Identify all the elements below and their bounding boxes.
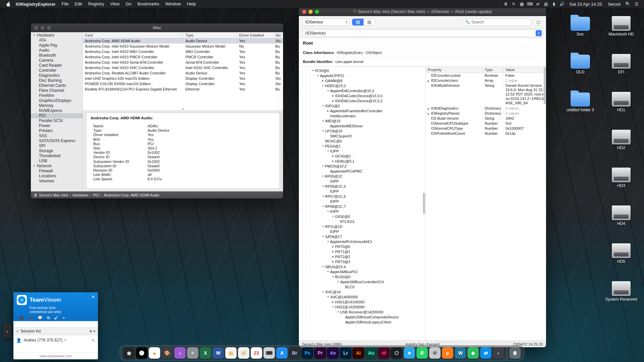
- spotlight-search-icon[interactable]: 🔍: [624, 0, 632, 8]
- dock-app-paint[interactable]: 🎨: [162, 347, 173, 359]
- sidebar-item-spi[interactable]: SPI: [31, 143, 83, 148]
- sidebar-item-ethernet-cards[interactable]: Ethernet Cards: [31, 83, 83, 88]
- tree-node-sbus-1f-4[interactable]: ▼SBUS@1F,4: [299, 264, 425, 269]
- tree-node-gige-0[interactable]: ▼GIGE@0: [299, 214, 425, 219]
- disclosure-triangle-icon[interactable]: ▶: [326, 110, 330, 112]
- tree-node-prt1-1[interactable]: ▶PRT1@1: [299, 249, 425, 254]
- disclosure-triangle-icon[interactable]: ▼: [331, 276, 335, 278]
- properties-scrollbar[interactable]: [543, 67, 546, 341]
- tree-node-appleintelpchseriesahci[interactable]: ▼AppleIntelPchSeriesAHCI: [299, 239, 425, 244]
- dock-app-premiere[interactable]: Pr: [315, 347, 326, 359]
- dock-app-audition[interactable]: Au: [366, 347, 377, 359]
- table-row-intel-uhd-graphics-630-macos-edition[interactable]: Intel UHD Graphics 630 macOS EditionDisp…: [83, 76, 283, 81]
- tree-node-iopp[interactable]: ▶IOPP: [299, 199, 425, 204]
- dock-app-telegram[interactable]: ➤: [404, 347, 415, 359]
- breadcrumb-item[interactable]: Seruni's Mac mini: [39, 193, 68, 197]
- stats-icon[interactable]: ▦: [518, 0, 526, 8]
- tree-node-applesmbuscontrollerich[interactable]: ▼AppleSMBusControllerICH: [299, 279, 425, 284]
- breadcrumb-item[interactable]: PCI: [93, 193, 99, 197]
- app-menu-title[interactable]: IORegistryExplorer: [13, 2, 59, 7]
- chat-icon[interactable]: 💬: [38, 315, 43, 320]
- sidebar-item-ata[interactable]: ATA: [31, 38, 83, 43]
- input-source-icon[interactable]: ▧: [542, 0, 550, 8]
- tree-node-iopp[interactable]: ▼IOPP: [299, 209, 425, 214]
- disclosure-triangle-icon[interactable]: ▼: [331, 306, 335, 308]
- property-row-os-build-version[interactable]: OS Build VersionString19H2: [426, 116, 546, 121]
- dock-app-evernote[interactable]: ◆: [468, 347, 479, 359]
- disclosure-triangle-icon[interactable]: ▶: [331, 255, 335, 258]
- menu-registry[interactable]: Registry: [85, 0, 107, 8]
- disclosure-triangle-icon[interactable]: ▼: [33, 164, 36, 169]
- sidebar-item-audio[interactable]: Audio: [31, 48, 83, 53]
- tree-node-igpu-2[interactable]: ▼IGPU@2: [299, 103, 425, 108]
- desktop-icon-system-reserved[interactable]: System Reserved: [603, 280, 640, 302]
- tree-node-intelaccelerator[interactable]: ▶IntelAccelerator: [299, 113, 425, 118]
- tree-node-blc0[interactable]: ▶BLC0: [299, 284, 425, 289]
- desktop-icon-efi[interactable]: EFI: [603, 53, 640, 74]
- dock-app-trash[interactable]: 🗑: [509, 347, 521, 359]
- tree-node-pci0-0[interactable]: ▼PCI0@0: [299, 68, 425, 73]
- disclosure-triangle-icon[interactable]: ▼: [321, 185, 325, 187]
- sidebar-item-power[interactable]: Power: [31, 123, 83, 128]
- disclosure-triangle-icon[interactable]: ▶: [331, 100, 335, 102]
- sidebar-item-pci[interactable]: PCI: [31, 113, 83, 118]
- session-list-header[interactable]: ▼ Session list ⚙ ▾: [13, 327, 98, 335]
- desktop-icon-hd3[interactable]: HD3: [603, 166, 640, 188]
- disclosure-triangle-icon[interactable]: ▼: [321, 145, 325, 147]
- sidebar-item-card-reader[interactable]: Card Reader: [31, 63, 83, 68]
- desktop-icon-untitled-folder-3[interactable]: untitled folder 3: [562, 90, 599, 112]
- dock-app-notes[interactable]: ▤: [225, 347, 237, 359]
- disclosure-triangle-icon[interactable]: ▶: [331, 245, 335, 248]
- sidebar-item-storage[interactable]: Storage: [31, 148, 83, 154]
- disclosure-triangle-icon[interactable]: ▶: [428, 80, 431, 82]
- dock-app-system-preferences[interactable]: ⚙: [429, 347, 441, 359]
- disclosure-triangle-icon[interactable]: ▶: [331, 260, 335, 263]
- menu-bar-user[interactable]: Seruni: [605, 2, 623, 7]
- sidebar-item-usb[interactable]: USB: [31, 159, 83, 164]
- tree-node-mchc-0[interactable]: ▶MCHC@0: [299, 138, 425, 143]
- zoom-button[interactable]: [47, 26, 51, 30]
- gear-icon[interactable]: ⚙ ▾: [89, 329, 95, 334]
- ioregistry-titlebar[interactable]: ❐Seruni's Mac mini (Seruni's Mac mini) —…: [299, 7, 546, 16]
- outline-view-button[interactable]: ▤: [352, 19, 364, 25]
- breadcrumb-item[interactable]: Andresha Corp. AMD HDMI Audio: [104, 193, 160, 197]
- desktop-icon-hd5[interactable]: HD5: [603, 242, 640, 264]
- dock-app-safari[interactable]: 🧭: [238, 347, 250, 359]
- teamviewer-url[interactable]: www.teamviewer.com: [13, 353, 98, 359]
- close-button[interactable]: [302, 10, 306, 14]
- video-icon[interactable]: 🎥: [19, 315, 24, 320]
- desktop-icon-doc[interactable]: Doc: [562, 15, 599, 37]
- keyboard-icon[interactable]: ⌨: [526, 0, 534, 8]
- property-row-ioregistryplanes[interactable]: ▶IORegistryPlanesDictionary5 values: [426, 111, 546, 116]
- disclosure-triangle-icon[interactable]: ▼: [321, 105, 325, 107]
- dropdown-arrows-icon[interactable]: ▲▼: [536, 30, 542, 36]
- dock-app-itunes[interactable]: ♫: [174, 347, 186, 359]
- disclosure-triangle-icon[interactable]: ▼: [326, 270, 330, 273]
- sidebar-item-memory[interactable]: Memory: [31, 103, 83, 108]
- dock-app-obs[interactable]: ◉: [123, 347, 135, 359]
- close-button[interactable]: [34, 26, 38, 30]
- table-row-andresha-corp-intel-h310-xhc-controller[interactable]: Andresha Corp. Intel H310 XHC Controller…: [83, 65, 283, 70]
- dock-app-clock[interactable]: 🕙: [136, 347, 148, 359]
- disclosure-triangle-icon[interactable]: ▼: [321, 195, 325, 197]
- disclosure-triangle-icon[interactable]: ▶: [331, 155, 335, 158]
- sidebar-item-locations[interactable]: Locations: [31, 174, 83, 179]
- menu-go[interactable]: Go: [123, 0, 135, 8]
- table-row-andresha-corp-amd-hdmi-audio[interactable]: Andresha Corp. AMD HDMI AudioAudio Devic…: [83, 38, 283, 44]
- tree-node-iopp[interactable]: ▶IOPP: [299, 189, 425, 194]
- dock-app-word[interactable]: W: [213, 347, 224, 359]
- dock-app-calculator[interactable]: =: [187, 347, 199, 359]
- table-row-andresha-corp-intel-h310-gaussian-mixture-model[interactable]: Andresha Corp. Intel H310 Gaussian Mixtu…: [83, 44, 283, 49]
- disclosure-triangle-icon[interactable]: ▼: [321, 120, 325, 122]
- tree-node-imei-16[interactable]: ▼IMEI@16: [299, 118, 425, 123]
- table-row-andresha-corp-intel-h310-pmcr-controller[interactable]: Andresha Corp. Intel H310 PMCR Controlle…: [83, 54, 283, 60]
- plane-filter-dropdown[interactable]: (IOService) ▲▼: [302, 29, 543, 37]
- menu-edit[interactable]: Edit: [71, 0, 85, 8]
- tree-node-xhc-14[interactable]: ▼XHC@14: [299, 289, 425, 294]
- tree-node-rp05-1c[interactable]: ▼RP05@1C: [299, 174, 425, 179]
- tree-node-appleusbhostcompositedevice[interactable]: ▶AppleUSBHostCompositeDevice: [299, 314, 425, 319]
- menu-view[interactable]: View: [107, 0, 123, 8]
- apple-menu[interactable]: [4, 1, 13, 7]
- dock-app-whatsapp[interactable]: ✆: [417, 347, 428, 359]
- tree-node-gamm-8[interactable]: ▶GAMM@8: [299, 78, 425, 83]
